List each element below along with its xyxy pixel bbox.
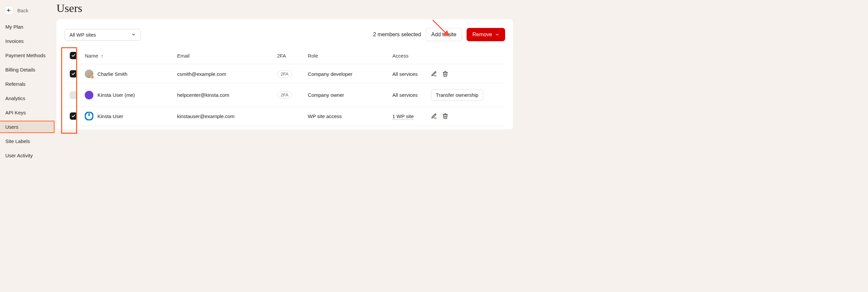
user-access[interactable]: 1 WP site xyxy=(393,113,414,120)
chevron-down-icon xyxy=(131,32,136,37)
delete-button[interactable] xyxy=(442,113,448,119)
sidebar-item-site-labels[interactable]: Site Labels xyxy=(0,136,57,147)
user-name: Kinsta User (me) xyxy=(97,92,135,98)
column-header-access[interactable]: Access xyxy=(390,49,428,64)
column-header-2fa[interactable]: 2FA xyxy=(275,49,305,64)
user-access: All services xyxy=(393,71,418,77)
user-access: All services xyxy=(393,92,418,98)
sidebar-item-users[interactable]: Users xyxy=(0,121,55,133)
column-header-email[interactable]: Email xyxy=(175,49,275,64)
sidebar-item-api-keys[interactable]: API Keys xyxy=(0,107,57,118)
sidebar-item-referrals[interactable]: Referrals xyxy=(0,79,57,89)
trash-icon xyxy=(442,113,448,119)
twofa-badge: 2FA xyxy=(277,91,292,98)
site-filter-label: All WP sites xyxy=(69,32,96,37)
avatar-status-badge xyxy=(91,76,94,79)
user-role: Company developer xyxy=(308,71,352,77)
delete-button[interactable] xyxy=(442,71,448,77)
avatar xyxy=(85,91,93,99)
selected-count: 2 members selected xyxy=(373,32,421,37)
users-table: Name ↑ Email 2FA Role Access xyxy=(64,49,505,126)
transfer-ownership-button[interactable]: Transfer ownership xyxy=(431,89,484,101)
arrow-left-icon xyxy=(7,8,11,12)
user-role: WP site access xyxy=(308,113,342,119)
user-email: csmith@example.com xyxy=(177,71,226,77)
sidebar-item-analytics[interactable]: Analytics xyxy=(0,93,57,104)
main: Users All WP sites 2 m xyxy=(57,0,520,175)
sidebar-nav: My Plan Invoices Payment Methods Billing… xyxy=(0,21,57,161)
toolbar: All WP sites 2 members selected Add to s… xyxy=(64,28,505,41)
column-header-role[interactable]: Role xyxy=(305,49,390,64)
back-button[interactable] xyxy=(5,6,13,14)
back-label[interactable]: Back xyxy=(17,8,28,13)
pencil-icon xyxy=(431,71,437,77)
page-title: Users xyxy=(57,2,513,14)
add-to-site-button[interactable]: Add to site xyxy=(426,28,462,41)
sidebar-item-invoices[interactable]: Invoices xyxy=(0,36,57,47)
user-role: Company owner xyxy=(308,92,344,98)
avatar xyxy=(85,69,93,78)
remove-button[interactable]: Remove xyxy=(467,28,505,41)
sidebar-item-payment-methods[interactable]: Payment Methods xyxy=(0,50,57,61)
row-checkbox[interactable] xyxy=(70,70,77,78)
avatar xyxy=(85,112,93,120)
edit-button[interactable] xyxy=(431,71,437,77)
select-all-checkbox[interactable] xyxy=(70,52,77,59)
sidebar-item-billing-details[interactable]: Billing Details xyxy=(0,64,57,75)
sidebar-item-my-plan[interactable]: My Plan xyxy=(0,21,57,32)
users-panel: All WP sites 2 members selected Add to s… xyxy=(57,19,513,129)
svg-rect-3 xyxy=(88,113,90,116)
user-email: kinstauser@example.com xyxy=(177,113,235,119)
sort-ascending-icon: ↑ xyxy=(101,53,103,59)
table-row: Kinsta User (me) helpcenter@kinsta.com 2… xyxy=(64,84,505,107)
twofa-badge: 2FA xyxy=(277,70,292,78)
user-name: Kinsta User xyxy=(97,113,123,119)
sidebar: Back My Plan Invoices Payment Methods Bi… xyxy=(0,0,57,175)
table-row: Charlie Smith csmith@example.com 2FA Com… xyxy=(64,64,505,84)
user-email: helpcenter@kinsta.com xyxy=(177,92,229,98)
row-checkbox[interactable] xyxy=(70,112,77,120)
edit-button[interactable] xyxy=(431,113,437,119)
sidebar-item-user-activity[interactable]: User Activity xyxy=(0,150,57,161)
chevron-down-icon xyxy=(495,32,499,37)
user-name: Charlie Smith xyxy=(97,71,127,77)
row-checkbox[interactable] xyxy=(70,91,77,99)
gravatar-icon xyxy=(85,112,93,120)
pencil-icon xyxy=(431,113,437,119)
site-filter-dropdown[interactable]: All WP sites xyxy=(64,29,141,40)
table-row: Kinsta User kinstauser@example.com WP si… xyxy=(64,107,505,126)
column-header-name[interactable]: Name ↑ xyxy=(82,49,175,64)
trash-icon xyxy=(442,71,448,77)
